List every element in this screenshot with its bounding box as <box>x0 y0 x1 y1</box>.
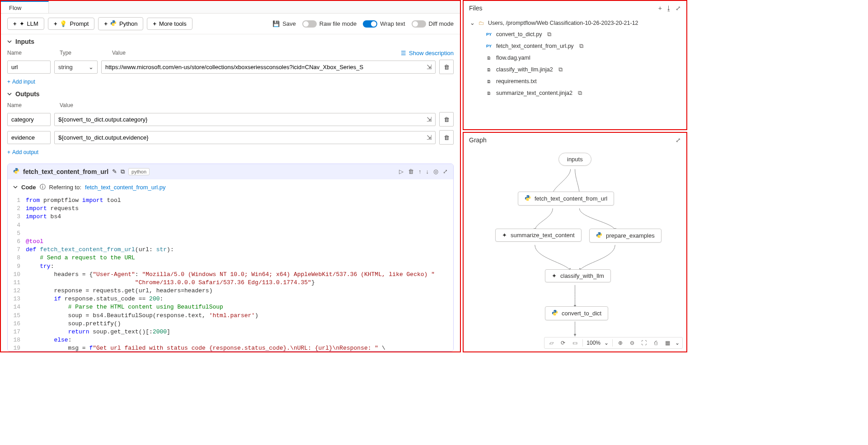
expand-icon[interactable]: ⤢ <box>443 168 448 175</box>
info-icon[interactable]: ⓘ <box>40 183 46 191</box>
zoom-out-icon[interactable]: ⊖ <box>628 340 636 346</box>
file-name: flow.dag.yaml <box>496 55 530 61</box>
delete-input-button[interactable]: 🗑 <box>439 60 454 74</box>
svg-point-0 <box>112 21 113 21</box>
node-label: fetch_text_content_from_url <box>535 195 607 202</box>
language-badge: python <box>128 168 150 175</box>
trash-icon: 🗑 <box>444 134 450 141</box>
outputs-header[interactable]: Outputs <box>7 90 454 98</box>
files-title: Files <box>469 5 483 12</box>
graph-node-prepare[interactable]: prepare_examples <box>589 229 662 243</box>
file-item[interactable]: PYfetch_text_content_from_url.py⧉ <box>467 40 683 52</box>
target-icon[interactable]: ◎ <box>433 168 438 175</box>
arrow-down-icon[interactable]: ↓ <box>426 168 429 175</box>
referring-label: Referring to: <box>49 184 82 191</box>
input-row: string ⌄ ⇲ 🗑 <box>7 58 454 76</box>
chevron-down-icon <box>13 184 18 191</box>
output-value-field[interactable] <box>54 113 436 126</box>
node-label: classify_with_llm <box>560 272 604 279</box>
expand-value-icon[interactable]: ⇲ <box>427 116 432 123</box>
layout-icon[interactable]: ▭ <box>571 340 579 346</box>
graph-node-inputs[interactable]: inputs <box>558 153 591 166</box>
file-name: requirements.txt <box>496 78 537 84</box>
add-prompt-button[interactable]: + 💡 Prompt <box>48 18 95 30</box>
file-item[interactable]: 🗎summarize_text_content.jinja2⧉ <box>467 87 683 99</box>
plus-icon: + <box>7 149 10 155</box>
zoom-in-icon[interactable]: ⊕ <box>616 340 624 346</box>
delete-output-button[interactable]: 🗑 <box>439 112 454 126</box>
trash-icon[interactable]: 🗑 <box>408 168 414 175</box>
inputs-header[interactable]: Inputs <box>7 38 454 45</box>
download-icon[interactable]: ⭳ <box>666 5 672 12</box>
graph-node-classify[interactable]: ✦ classify_with_llm <box>545 269 611 282</box>
trash-icon: 🗑 <box>444 116 450 123</box>
code-editor[interactable]: 1from promptflow import tool 2import req… <box>8 195 453 351</box>
add-llm-button[interactable]: + ✦ LLM <box>7 18 44 30</box>
expand-icon[interactable]: ⤢ <box>676 136 681 144</box>
file-action-icon[interactable]: ⧉ <box>579 43 583 50</box>
file-action-icon[interactable]: ⧉ <box>547 31 551 38</box>
file-item[interactable]: 🗎flow.dag.yaml <box>467 52 683 64</box>
code-label: Code <box>21 184 36 191</box>
show-description-link[interactable]: ☰ Show description <box>401 50 454 56</box>
file-action-icon[interactable]: ⧉ <box>578 90 582 97</box>
add-file-icon[interactable]: + <box>658 5 662 12</box>
wrap-text-toggle[interactable]: Wrap text <box>363 20 405 28</box>
outputs-title: Outputs <box>15 90 40 98</box>
copy-icon[interactable]: ⧉ <box>121 168 125 175</box>
col-type: Type <box>60 50 105 56</box>
expand-value-icon[interactable]: ⇲ <box>427 63 432 70</box>
plus-icon: + <box>54 20 57 27</box>
refresh-icon[interactable]: ⟳ <box>559 340 567 346</box>
chevron-down-icon: ⌄ <box>470 19 475 26</box>
arrow-up-icon[interactable]: ↑ <box>418 168 422 175</box>
add-python-label: Python <box>119 20 137 27</box>
tab-flow[interactable]: Flow <box>1 1 49 13</box>
filter-icon[interactable]: ▱ <box>547 340 555 346</box>
diff-mode-toggle[interactable]: Diff mode <box>412 20 454 28</box>
tree-root[interactable]: ⌄ 🗀 Users, /promptflow/Web Classificatio… <box>467 17 683 28</box>
file-item[interactable]: 🗎requirements.txt <box>467 75 683 87</box>
raw-file-mode-toggle[interactable]: Raw file mode <box>302 20 357 28</box>
input-name-field[interactable] <box>7 61 51 74</box>
file-item[interactable]: PYconvert_to_dict.py⧉ <box>467 28 683 40</box>
delete-output-button[interactable]: 🗑 <box>439 130 454 145</box>
col-name: Name <box>7 50 52 56</box>
add-output-link[interactable]: + Add output <box>7 149 38 155</box>
fit-icon[interactable]: ⛶ <box>640 340 648 346</box>
output-row: ⇲ 🗑 <box>7 128 454 146</box>
add-input-link[interactable]: + Add input <box>7 79 35 85</box>
input-type-select[interactable]: string ⌄ <box>54 61 98 74</box>
python-icon <box>13 168 19 175</box>
graph-node-summarize[interactable]: ✦ summarize_text_content <box>495 229 582 242</box>
node-label: prepare_examples <box>606 232 655 239</box>
expand-icon[interactable]: ⤢ <box>676 5 681 12</box>
edit-icon[interactable]: ✎ <box>112 168 117 175</box>
folder-icon: 🗀 <box>479 20 484 26</box>
expand-value-icon[interactable]: ⇲ <box>427 134 432 141</box>
save-button[interactable]: 💾 Save <box>272 20 296 27</box>
graph-canvas[interactable]: inputs fetch_text_content_from_url ✦ sum… <box>464 147 686 351</box>
chevron-down-icon[interactable]: ⌄ <box>604 340 609 346</box>
more-tools-button[interactable]: + More tools <box>147 18 192 30</box>
file-item[interactable]: 🗎classify_with_llm.jinja2⧉ <box>467 64 683 75</box>
output-name-field[interactable] <box>7 113 51 126</box>
file-action-icon[interactable]: ⧉ <box>558 66 563 73</box>
wrap-text-label: Wrap text <box>380 20 405 27</box>
chevron-down-icon: ⌄ <box>89 64 94 70</box>
node-label: convert_to_dict <box>562 310 601 317</box>
toggle-off-icon <box>302 20 317 28</box>
snapshot-icon[interactable]: ⎙ <box>652 340 660 346</box>
output-value-field[interactable] <box>54 131 436 144</box>
map-icon[interactable]: ▦ <box>663 340 671 346</box>
col-value: Value <box>60 102 454 108</box>
output-name-field[interactable] <box>7 131 51 144</box>
graph-node-convert[interactable]: convert_to_dict <box>545 306 608 320</box>
referring-file-link[interactable]: fetch_text_content_from_url.py <box>85 184 166 191</box>
run-icon[interactable]: ▷ <box>399 168 404 175</box>
input-value-field[interactable] <box>101 61 436 74</box>
graph-node-fetch[interactable]: fetch_text_content_from_url <box>518 192 614 206</box>
add-python-button[interactable]: + Python <box>98 17 143 30</box>
chevron-down-icon <box>7 38 12 45</box>
chevron-down-icon[interactable]: ⌄ <box>675 340 680 346</box>
